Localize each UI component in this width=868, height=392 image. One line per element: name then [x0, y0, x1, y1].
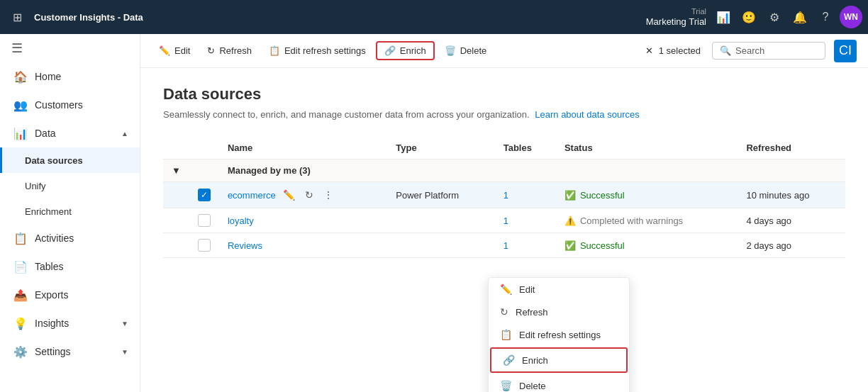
- context-delete-icon: 🗑️: [500, 380, 512, 391]
- selected-count: ✕ 1 selected: [645, 45, 701, 56]
- toolbar: ✏️ Edit ↻ Refresh 📋 Edit refresh setting…: [140, 34, 868, 68]
- refresh-icon: ↻: [207, 45, 215, 56]
- row3-refreshed: 2 days ago: [738, 233, 845, 258]
- checkbox-empty-icon: [198, 239, 211, 252]
- search-icon: 🔍: [720, 45, 731, 56]
- edit-button[interactable]: ✏️ Edit: [152, 43, 197, 59]
- row3-type: [387, 233, 494, 258]
- sidebar-item-exports[interactable]: 📤 Exports: [0, 281, 140, 309]
- insights-expand-icon: ▼: [121, 320, 128, 327]
- col-check-header: [189, 137, 219, 159]
- context-refresh-icon: ↻: [500, 306, 508, 318]
- row1-status-display: ✅ Successful: [564, 190, 730, 201]
- tables-icon: 📄: [13, 260, 28, 274]
- row1-tables: 1: [495, 182, 556, 208]
- delete-button[interactable]: 🗑️ Delete: [438, 43, 494, 59]
- sidebar-item-activities[interactable]: 📋 Activities: [0, 224, 140, 252]
- delete-icon: 🗑️: [445, 45, 456, 56]
- row1-refreshed: 10 minutes ago: [738, 182, 845, 208]
- sidebar-insights-label: Insights: [35, 318, 69, 329]
- context-edit-label: Edit: [519, 284, 535, 295]
- grid-menu-icon[interactable]: ⊞: [6, 6, 28, 28]
- sidebar-item-settings[interactable]: ⚙️ Settings ▼: [0, 337, 140, 366]
- insights-nav-icon: 💡: [13, 317, 28, 330]
- loyalty-link[interactable]: loyalty: [228, 215, 254, 226]
- row2-status-display: ⚠️ Completed with warnings: [564, 215, 730, 226]
- context-enrich-icon: 🔗: [503, 354, 515, 366]
- edit-refresh-button[interactable]: 📋 Edit refresh settings: [262, 43, 373, 59]
- context-menu-delete[interactable]: 🗑️ Delete: [489, 374, 629, 392]
- insights-icon[interactable]: 📊: [712, 6, 735, 28]
- col-tables-header: Tables: [495, 137, 556, 159]
- search-box[interactable]: 🔍 Search: [712, 42, 825, 60]
- row1-more-icon[interactable]: ⋮: [321, 188, 336, 202]
- context-menu-edit[interactable]: ✏️ Edit: [489, 278, 629, 301]
- section-expand-icon[interactable]: ▼: [163, 159, 189, 182]
- row1-checkbox[interactable]: ✓: [189, 182, 219, 208]
- page-subtitle: Seamlessly connect to, enrich, and manag…: [163, 109, 845, 120]
- edit-refresh-icon: 📋: [269, 45, 280, 56]
- checkbox-empty-icon: [198, 214, 211, 227]
- sidebar-exports-label: Exports: [35, 289, 68, 301]
- search-placeholder: Search: [735, 45, 764, 56]
- selected-count-label: 1 selected: [659, 45, 701, 56]
- learn-link[interactable]: Learn about data sources: [535, 109, 639, 120]
- refresh-label: Refresh: [219, 45, 252, 56]
- ecommerce-link[interactable]: ecommerce: [228, 190, 276, 201]
- context-menu-enrich[interactable]: 🔗 Enrich: [490, 347, 628, 373]
- sidebar-settings-label: Settings: [35, 346, 71, 357]
- row1-refresh-icon[interactable]: ↻: [302, 188, 316, 202]
- reviews-link[interactable]: Reviews: [228, 240, 262, 251]
- col-status-header: Status: [556, 137, 738, 159]
- help-icon[interactable]: ?: [814, 6, 837, 28]
- enrich-button[interactable]: 🔗 Enrich: [376, 41, 435, 60]
- bell-icon[interactable]: 🔔: [789, 6, 811, 28]
- data-expand-icon: ▲: [121, 130, 128, 138]
- sidebar-enrichment-label: Enrichment: [25, 206, 72, 217]
- context-menu: ✏️ Edit ↻ Refresh 📋 Edit refresh setting…: [488, 277, 630, 392]
- gear-icon[interactable]: ⚙: [763, 6, 786, 28]
- page-body: Data sources Seamlessly connect to, enri…: [140, 68, 868, 392]
- table-row: loyalty 1 ⚠️ Completed with warnings 4 d…: [163, 208, 845, 233]
- ci-logo-icon: CI: [834, 40, 857, 62]
- sidebar-item-tables[interactable]: 📄 Tables: [0, 252, 140, 281]
- trial-info: Trial Marketing Trial: [646, 7, 706, 28]
- smiley-icon[interactable]: 🙂: [738, 6, 760, 28]
- row3-status-display: ✅ Successful: [564, 240, 730, 251]
- context-enrich-label: Enrich: [522, 355, 548, 366]
- refresh-button[interactable]: ↻ Refresh: [200, 43, 259, 59]
- sidebar-item-enrichment[interactable]: Enrichment: [0, 198, 140, 224]
- close-selection-icon[interactable]: ✕: [645, 45, 653, 56]
- row1-edit-icon[interactable]: ✏️: [280, 188, 298, 202]
- row3-status-text: Successful: [580, 240, 625, 251]
- trial-org: Marketing Trial: [646, 16, 706, 28]
- sidebar-item-unify[interactable]: Unify: [0, 173, 140, 198]
- delete-label: Delete: [460, 45, 487, 56]
- row2-checkbox[interactable]: [189, 208, 219, 233]
- sidebar-unify-label: Unify: [25, 181, 46, 191]
- context-menu-edit-refresh[interactable]: 📋 Edit refresh settings: [489, 323, 629, 346]
- sidebar-item-data-sources[interactable]: Data sources: [0, 147, 140, 173]
- sidebar-item-customers[interactable]: 👥 Customers: [0, 91, 140, 119]
- section-header-row: ▼ Managed by me (3): [163, 159, 845, 182]
- home-icon: 🏠: [13, 70, 28, 84]
- context-menu-refresh[interactable]: ↻ Refresh: [489, 301, 629, 323]
- sidebar-toggle[interactable]: ☰: [0, 34, 140, 62]
- trial-label: Trial: [646, 7, 706, 16]
- row2-tables: 1: [495, 208, 556, 233]
- row1-name: ecommerce ✏️ ↻ ⋮: [219, 182, 387, 208]
- sidebar-item-insights[interactable]: 💡 Insights ▼: [0, 309, 140, 337]
- sidebar-item-data[interactable]: 📊 Data ▲: [0, 119, 140, 147]
- edit-refresh-label: Edit refresh settings: [284, 45, 366, 56]
- row2-expand: [163, 208, 189, 233]
- row1-type: Power Platform: [387, 182, 494, 208]
- avatar[interactable]: WN: [840, 6, 862, 28]
- row3-tables: 1: [495, 233, 556, 258]
- exports-icon: 📤: [13, 289, 28, 302]
- row2-type: [387, 208, 494, 233]
- row3-checkbox[interactable]: [189, 233, 219, 258]
- col-type-header: Type: [387, 137, 494, 159]
- edit-label: Edit: [174, 45, 190, 56]
- row1-actions: ecommerce ✏️ ↻ ⋮: [228, 188, 379, 202]
- sidebar-item-home[interactable]: 🏠 Home: [0, 62, 140, 91]
